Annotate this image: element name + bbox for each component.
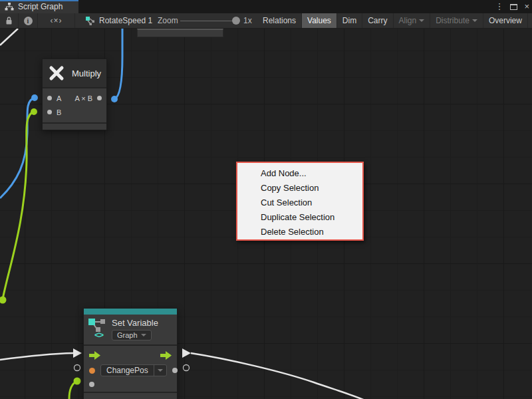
graph-breadcrumb[interactable]: RotateSpeed 1 <box>85 13 152 28</box>
variable-name: ChangePos <box>101 366 154 375</box>
lock-icon <box>5 16 13 25</box>
align-dropdown[interactable]: Align <box>394 13 431 28</box>
dim-toggle[interactable]: Dim <box>337 13 362 28</box>
unconnected-port-circle[interactable] <box>74 365 80 371</box>
node-title: Multiply <box>72 68 101 78</box>
graph-breadcrumb-icon <box>85 16 95 25</box>
control-port-row <box>84 348 177 362</box>
clipped-node-footer <box>137 29 223 37</box>
zoom-slider-track[interactable] <box>180 21 237 21</box>
wire-endpoint-blue <box>111 96 118 102</box>
output-group: A × B <box>74 94 102 102</box>
wire-blue-output <box>114 29 122 99</box>
variable-scope-dropdown[interactable]: Graph <box>112 330 152 340</box>
control-input-arrow <box>73 348 82 358</box>
menu-item-duplicate-selection[interactable]: Duplicate Selection <box>237 210 362 225</box>
port-a-label: A <box>57 94 61 102</box>
carry-toggle[interactable]: Carry <box>362 13 393 28</box>
output-value-port[interactable] <box>172 368 178 373</box>
set-variable-icon: <> <box>88 318 108 343</box>
variable-name-row: ChangePos <box>84 362 177 378</box>
toolbar-toggle-group: Relations Values Dim Carry Align Distrib… <box>257 13 532 28</box>
port-b-label: B <box>57 108 61 116</box>
fullscreen-button[interactable]: Full Screen <box>528 13 532 28</box>
lock-button[interactable] <box>0 13 19 28</box>
relations-toggle[interactable]: Relations <box>257 13 302 28</box>
graph-toolbar: i ‹×› RotateSpeed 1 Zoom 1x Relations Va… <box>0 13 532 29</box>
control-output-arrow <box>182 348 191 358</box>
dropdown-caret-box <box>154 365 166 376</box>
input-port-b[interactable] <box>47 110 52 114</box>
graph-hierarchy-icon <box>5 3 14 11</box>
code-brackets-icon: ‹×› <box>51 16 63 25</box>
menu-item-cut-selection[interactable]: Cut Selection <box>237 196 362 210</box>
tab-script-graph[interactable]: Script Graph <box>0 0 78 13</box>
scope-label: Graph <box>117 331 138 339</box>
wire-endpoint-green <box>31 108 37 115</box>
active-tab-accent <box>0 0 78 1</box>
multiply-body: A A × B B <box>43 88 106 122</box>
unconnected-port-circle[interactable] <box>184 365 190 371</box>
chevron-down-icon <box>472 19 477 22</box>
variable-name-dropdown[interactable]: ChangePos <box>100 364 167 376</box>
control-in-arrow-icon[interactable] <box>89 351 100 360</box>
values-toggle[interactable]: Values <box>302 13 337 28</box>
chevron-down-icon <box>158 369 163 372</box>
close-icon[interactable]: × <box>524 0 529 13</box>
code-angle-icon: <> <box>94 330 103 340</box>
wire-endpoint-blue <box>31 94 38 101</box>
menu-item-delete-selection[interactable]: Delete Selection <box>237 225 362 239</box>
variable-input-port[interactable] <box>89 368 95 374</box>
node-set-variable[interactable]: <> Set Variable Graph <box>83 308 178 399</box>
window-controls: ⋮ × <box>495 0 529 13</box>
info-icon: i <box>24 17 33 25</box>
multiply-header: Multiply <box>43 59 106 87</box>
node-title: Set Variable <box>112 318 158 328</box>
value-input-row <box>84 378 177 390</box>
multiply-footer <box>43 124 106 130</box>
value-connection-button[interactable]: ‹×› <box>38 13 75 28</box>
wire-endpoint-green <box>74 378 81 385</box>
wire-white-output <box>191 353 366 399</box>
node-multiply[interactable]: Multiply A A × B B <box>42 59 107 130</box>
port-row-a: A A × B <box>43 91 106 105</box>
wire-white-topleft <box>0 29 18 45</box>
wire-green-bottom <box>69 381 77 399</box>
input-port-a[interactable] <box>47 96 52 100</box>
output-port-axb[interactable] <box>97 96 102 100</box>
tab-bar: Script Graph ⋮ × <box>0 0 532 13</box>
set-variable-accent-strip <box>84 309 177 315</box>
maximize-icon[interactable] <box>510 4 517 10</box>
port-row-b: B <box>43 105 106 119</box>
set-variable-header: <> Set Variable Graph <box>84 315 177 344</box>
graph-name: RotateSpeed 1 <box>99 16 152 25</box>
zoom-slider-handle[interactable] <box>232 17 240 25</box>
set-variable-footer <box>84 393 177 399</box>
window-menu-icon[interactable]: ⋮ <box>495 0 503 13</box>
multiply-x-icon <box>47 64 66 82</box>
control-out-arrow-icon[interactable] <box>160 351 172 360</box>
tab-title: Script Graph <box>18 2 63 11</box>
wire-blue-input <box>0 98 35 198</box>
set-variable-titles: Set Variable Graph <box>112 318 158 340</box>
chevron-down-icon <box>141 334 146 336</box>
menu-item-add-node[interactable]: Add Node... <box>237 166 362 181</box>
wire-green-input <box>3 112 34 299</box>
port-out-label: A × B <box>74 94 92 102</box>
script-graph-window: Script Graph ⋮ × i ‹×› <box>0 0 532 399</box>
value-input-port[interactable] <box>89 382 94 387</box>
info-button[interactable]: i <box>19 13 38 28</box>
set-variable-body: ChangePos <box>84 346 177 392</box>
zoom-label: Zoom <box>158 13 178 28</box>
wire-endpoint-green <box>0 297 7 304</box>
context-menu: Add Node... Copy Selection Cut Selection… <box>236 162 364 241</box>
chevron-down-icon <box>419 19 424 22</box>
overview-button[interactable]: Overview <box>483 13 528 28</box>
menu-item-copy-selection[interactable]: Copy Selection <box>237 181 362 196</box>
distribute-dropdown[interactable]: Distribute <box>430 13 483 28</box>
wire-white-input <box>0 353 73 360</box>
zoom-value: 1x <box>243 13 252 28</box>
